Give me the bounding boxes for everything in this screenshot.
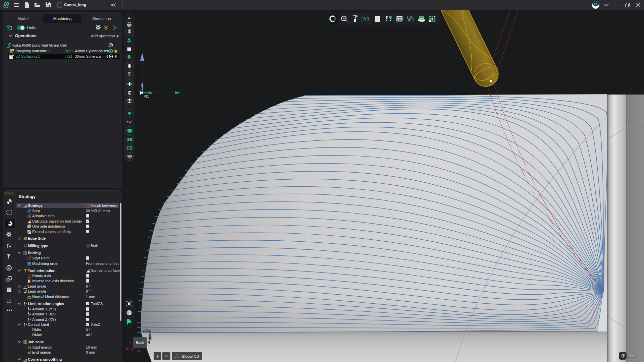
svg-text:3: 3 — [623, 353, 625, 357]
svg-text:N1: N1 — [144, 94, 149, 98]
